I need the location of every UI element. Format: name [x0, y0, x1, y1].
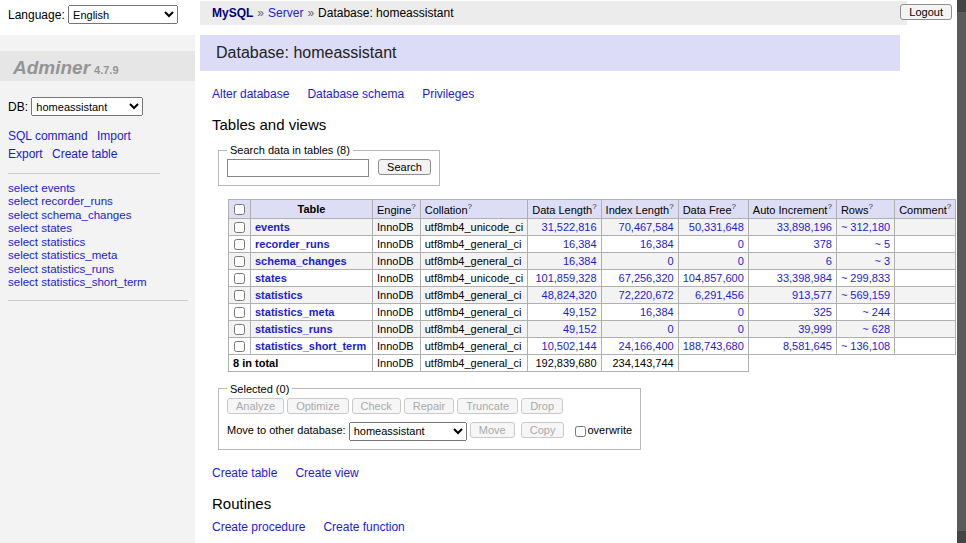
help-icon[interactable]: ? [868, 202, 872, 211]
auto-increment-link[interactable]: 378 [814, 238, 832, 250]
move-button[interactable]: Move [470, 422, 515, 438]
table-name-link[interactable]: statistics_runs [255, 323, 333, 335]
breadcrumb-server-link[interactable]: Server [268, 6, 303, 20]
column-header-data-length[interactable]: Data Length? [528, 200, 601, 219]
table-name-link[interactable]: recorder_runs [255, 238, 330, 250]
column-header-rows[interactable]: Rows? [836, 200, 894, 219]
data-length-link[interactable]: 49,152 [563, 323, 597, 335]
data-free-link[interactable]: 0 [738, 255, 744, 267]
overwrite-checkbox[interactable] [575, 426, 586, 437]
import-link[interactable]: Import [97, 129, 131, 143]
column-header-auto-increment[interactable]: Auto Increment? [748, 200, 836, 219]
column-header-collation[interactable]: Collation? [420, 200, 527, 219]
help-icon[interactable]: ? [468, 202, 472, 211]
rows-link[interactable]: ~ 5 [875, 238, 891, 250]
row-checkbox[interactable] [234, 239, 245, 250]
create-table[interactable]: Create table [212, 466, 277, 480]
index-length-link[interactable]: 0 [668, 323, 674, 335]
create-function[interactable]: Create function [323, 520, 404, 534]
table-name-link[interactable]: states [255, 272, 287, 284]
data-length-link[interactable]: 16,384 [563, 255, 597, 267]
row-checkbox[interactable] [234, 324, 245, 335]
copy-button[interactable]: Copy [521, 422, 565, 438]
rows-link[interactable]: ~ 569,159 [841, 289, 890, 301]
index-length-link[interactable]: 70,467,584 [619, 221, 674, 233]
data-length-link[interactable]: 101,859,328 [535, 272, 596, 284]
optimize-button[interactable]: Optimize [287, 398, 348, 414]
row-checkbox[interactable] [234, 222, 245, 233]
scroll-up-arrow[interactable] [957, 0, 966, 12]
row-checkbox[interactable] [234, 273, 245, 284]
truncate-button[interactable]: Truncate [457, 398, 518, 414]
auto-increment-link[interactable]: 39,999 [798, 323, 832, 335]
auto-increment-link[interactable]: 6 [826, 255, 832, 267]
move-db-select[interactable]: homeassistant [349, 422, 467, 441]
row-checkbox[interactable] [234, 341, 245, 352]
sidebar-select-statistics-short-term[interactable]: select statistics_short_term [8, 276, 188, 290]
create-procedure[interactable]: Create procedure [212, 520, 305, 534]
language-select[interactable]: English [68, 5, 178, 24]
help-icon[interactable]: ? [827, 202, 831, 211]
check-button[interactable]: Check [352, 398, 401, 414]
data-free-link[interactable]: 50,331,648 [689, 221, 744, 233]
data-free-link[interactable]: 0 [738, 306, 744, 318]
scrollbar[interactable] [957, 0, 966, 543]
help-icon[interactable]: ? [592, 202, 596, 211]
search-input[interactable] [227, 159, 369, 177]
column-header-table[interactable]: Table [251, 200, 373, 219]
data-free-link[interactable]: 6,291,456 [695, 289, 744, 301]
breadcrumb-server-group-link[interactable]: MySQL [212, 6, 253, 20]
db-select[interactable]: homeassistant [31, 97, 143, 116]
auto-increment-link[interactable]: 913,577 [792, 289, 832, 301]
sql-command-link[interactable]: SQL command [8, 129, 88, 143]
column-header-data-free[interactable]: Data Free? [678, 200, 748, 219]
index-length-link[interactable]: 16,384 [640, 306, 674, 318]
rows-link[interactable]: ~ 3 [875, 255, 891, 267]
index-length-link[interactable]: 72,220,672 [619, 289, 674, 301]
rows-link[interactable]: ~ 312,180 [841, 221, 890, 233]
data-free-link[interactable]: 188,743,680 [683, 340, 744, 352]
alter-database[interactable]: Alter database [212, 87, 289, 101]
data-length-link[interactable]: 31,522,816 [542, 221, 597, 233]
table-name-link[interactable]: events [255, 221, 290, 233]
row-checkbox[interactable] [234, 307, 245, 318]
data-free-link[interactable]: 104,857,600 [683, 272, 744, 284]
repair-button[interactable]: Repair [404, 398, 454, 414]
table-name-link[interactable]: statistics [255, 289, 303, 301]
database-schema[interactable]: Database schema [307, 87, 404, 101]
export-link[interactable]: Export [8, 147, 43, 161]
select-all-checkbox[interactable] [234, 204, 245, 215]
column-header-index-length[interactable]: Index Length? [601, 200, 678, 219]
drop-button[interactable]: Drop [521, 398, 563, 414]
rows-link[interactable]: ~ 628 [862, 323, 890, 335]
table-name-link[interactable]: schema_changes [255, 255, 347, 267]
row-checkbox[interactable] [234, 290, 245, 301]
create-table-link[interactable]: Create table [52, 147, 117, 161]
auto-increment-link[interactable]: 33,898,196 [777, 221, 832, 233]
rows-link[interactable]: ~ 136,108 [841, 340, 890, 352]
auto-increment-link[interactable]: 33,398,984 [777, 272, 832, 284]
analyze-button[interactable]: Analyze [227, 398, 284, 414]
create-view[interactable]: Create view [295, 466, 358, 480]
index-length-link[interactable]: 16,384 [640, 238, 674, 250]
help-icon[interactable]: ? [411, 202, 415, 211]
sidebar-select-states[interactable]: select states [8, 222, 188, 236]
help-icon[interactable]: ? [669, 202, 673, 211]
logout-button[interactable]: Logout [900, 4, 952, 20]
data-free-link[interactable]: 0 [738, 238, 744, 250]
data-length-link[interactable]: 49,152 [563, 306, 597, 318]
auto-increment-link[interactable]: 8,581,645 [783, 340, 832, 352]
table-name-link[interactable]: statistics_short_term [255, 340, 366, 352]
data-length-link[interactable]: 10,502,144 [542, 340, 597, 352]
column-header-comment[interactable]: Comment? [895, 200, 956, 219]
sidebar-select-statistics[interactable]: select statistics [8, 236, 188, 250]
sidebar-select-events[interactable]: select events [8, 182, 188, 196]
data-length-link[interactable]: 16,384 [563, 238, 597, 250]
sidebar-select-statistics-meta[interactable]: select statistics_meta [8, 249, 188, 263]
sidebar-select-recorder-runs[interactable]: select recorder_runs [8, 195, 188, 209]
column-header-engine[interactable]: Engine? [373, 200, 421, 219]
sidebar-select-schema-changes[interactable]: select schema_changes [8, 209, 188, 223]
index-length-link[interactable]: 24,166,400 [619, 340, 674, 352]
data-length-link[interactable]: 48,824,320 [542, 289, 597, 301]
sidebar-select-statistics-runs[interactable]: select statistics_runs [8, 263, 188, 277]
